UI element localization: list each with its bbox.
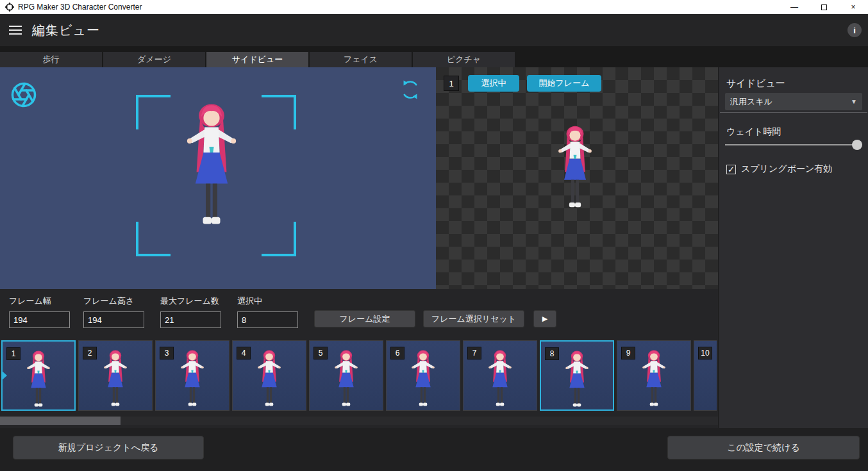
frame-number-badge: 1 [6,347,21,360]
frame-thumbnail[interactable]: 3 [155,340,230,411]
frame-thumbnail[interactable]: 10 [694,340,717,411]
frame-number-badge: 6 [390,347,405,359]
rotate-view-icon[interactable] [400,79,421,101]
frame-thumbnail[interactable]: 7 [463,340,537,411]
window-title: RPG Maker 3D Character Converter [18,3,142,12]
titlebar: RPG Maker 3D Character Converter — × [0,0,868,14]
sideview-panel-title: サイドビュー [726,78,785,90]
page-title: 編集ビュー [32,22,100,39]
header: 編集ビュー i [0,14,868,46]
tab-damage[interactable]: ダメージ [103,52,205,67]
character-sprite [21,349,56,408]
wait-time-label: ウェイト時間 [726,126,781,138]
character-sprite [329,349,363,408]
side-settings-panel: サイドビュー 汎用スキル ▼ ウェイト時間 ✓ スプリングボーン有効 [718,67,868,428]
spring-bone-checkbox[interactable]: ✓ [726,165,736,174]
check-icon: ✓ [728,165,735,174]
character-sprite [252,349,287,408]
scrollbar-thumb[interactable] [0,417,121,425]
frame-settings-panel: フレーム幅 フレーム高さ 最大フレーム数 選択中 フレーム設定 フレーム選択リセ… [0,289,718,428]
tab-picture[interactable]: ピクチャ [413,52,515,67]
minimize-button[interactable]: — [780,0,809,14]
skill-type-dropdown[interactable]: 汎用スキル ▼ [725,93,862,110]
frame-strip-scrollbar[interactable] [0,417,718,425]
wait-time-slider-thumb[interactable] [852,140,862,150]
character-sprite [175,349,210,408]
frame-thumbnail[interactable]: 9 [617,340,691,411]
frame-preview-area: 1 選択中 開始フレーム [436,67,718,289]
play-button[interactable]: ▶ [533,310,556,327]
character-sprite [560,349,594,408]
selected-count-label: 選択中 [237,295,298,307]
back-to-new-project-button[interactable]: 新規プロジェクトへ戻る [13,436,204,459]
frame-height-input[interactable] [83,311,144,328]
character-sprite [98,349,133,408]
tab-sideview[interactable]: サイドビュー [206,52,308,67]
frame-thumbnail[interactable]: 2 [78,340,153,411]
frame-number-badge: 10 [698,347,712,359]
frame-sprite [550,124,600,210]
frame-number-badge: 2 [83,347,97,359]
selected-count-input[interactable] [237,311,298,328]
frame-number-badge: 9 [621,347,635,359]
selected-count-field: 選択中 [237,295,298,328]
crop-corner-bottom-right-icon [262,222,296,256]
footer-bar: 新規プロジェクトへ戻る この設定で続ける [0,428,868,471]
frame-thumbnail[interactable]: 8 [540,340,614,411]
frame-number-badge: 7 [467,347,481,359]
tab-face[interactable]: フェイス [310,52,412,67]
frame-number-badge: 4 [237,347,251,359]
info-icon[interactable]: i [847,23,862,37]
maximize-icon [821,4,827,10]
chevron-down-icon: ▼ [851,98,857,105]
start-frame-button[interactable]: 開始フレーム [527,75,601,92]
crop-corner-top-right-icon [262,95,296,129]
frame-height-field: フレーム高さ [83,295,144,328]
frame-thumbnail[interactable]: 4 [232,340,306,411]
window-controls: — × [780,0,868,14]
spring-bone-row: ✓ スプリングボーン有効 [726,163,832,175]
app-logo-icon [5,3,14,12]
menu-icon[interactable] [9,26,22,35]
camera-aperture-icon[interactable] [10,81,37,108]
frame-selection-reset-button[interactable]: フレーム選択リセット [423,310,524,327]
frame-width-field: フレーム幅 [9,295,70,328]
frame-width-input[interactable] [9,311,70,328]
frame-height-label: フレーム高さ [83,295,144,307]
close-button[interactable]: × [839,0,868,14]
character-preview-viewport[interactable] [0,67,436,289]
character-sprite [714,349,717,408]
play-icon: ▶ [542,315,547,322]
character-sprite [637,349,671,408]
divider [720,112,867,113]
character-model[interactable] [174,101,249,227]
frame-thumbnail[interactable]: 5 [309,340,383,411]
max-frames-label: 最大フレーム数 [160,295,221,307]
wait-time-slider-track[interactable] [725,144,862,145]
continue-with-settings-button[interactable]: この設定で続ける [667,436,860,459]
character-sprite [406,349,440,408]
spring-bone-label: スプリングボーン有効 [741,163,832,175]
frame-thumbnail[interactable]: 1 [1,340,76,411]
crop-corner-bottom-left-icon [136,222,171,256]
frame-number-badge: 3 [160,347,174,359]
frame-settings-button[interactable]: フレーム設定 [314,310,415,327]
skill-type-value: 汎用スキル [730,96,772,108]
frame-number-badge: 5 [313,347,328,359]
selected-state-button[interactable]: 選択中 [468,75,519,92]
frame-width-label: フレーム幅 [9,295,70,307]
current-frame-badge: 1 [444,76,459,91]
frame-thumbnail[interactable]: 6 [386,340,460,411]
frame-number-badge: 8 [545,347,559,360]
wait-time-slider[interactable] [725,139,862,151]
max-frames-input[interactable] [160,311,221,328]
frame-strip: 1 2 3 4 5 6 7 8 [1,340,717,411]
max-frames-field: 最大フレーム数 [160,295,221,328]
tab-walk[interactable]: 歩行 [0,52,102,67]
crop-corner-top-left-icon [136,95,171,129]
tab-bar: 歩行 ダメージ サイドビュー フェイス ピクチャ [0,46,868,67]
maximize-button[interactable] [809,0,839,14]
character-sprite [483,349,517,408]
